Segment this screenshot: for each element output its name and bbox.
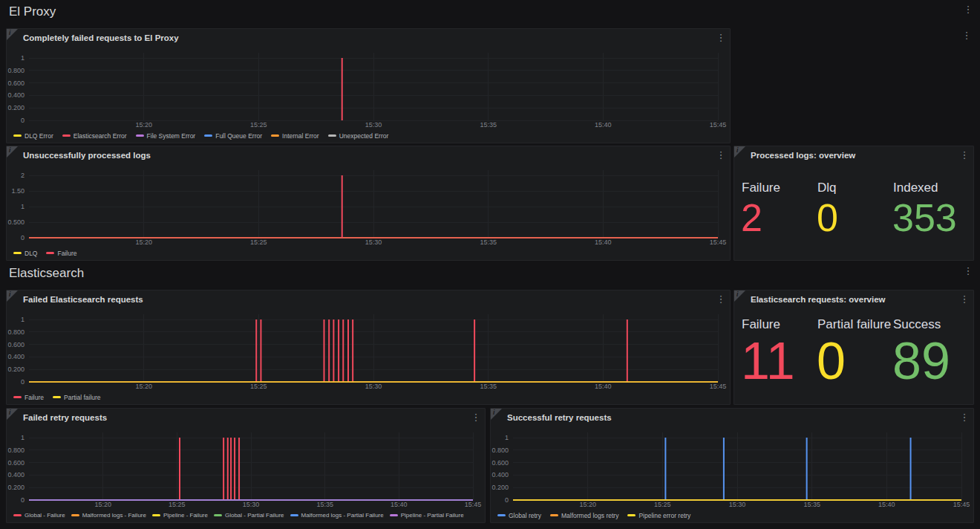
chart-area[interactable]: 15:2015:2515:3015:3515:4015:4500.50011.5… xyxy=(7,164,730,246)
svg-text:1: 1 xyxy=(21,54,24,62)
panel-title[interactable]: Unsuccessfully processed logs xyxy=(7,146,730,164)
legend-item[interactable]: Unexpected Error xyxy=(328,132,389,140)
stat-label: Dlq xyxy=(816,181,892,195)
panel-title[interactable]: Failed retry requests xyxy=(7,409,485,426)
timeseries-plot[interactable]: 15:2015:2515:3015:3515:4015:4500.50011.5… xyxy=(7,164,730,246)
svg-text:15:35: 15:35 xyxy=(316,501,333,508)
legend-item[interactable]: File System Error xyxy=(136,132,196,140)
chart-area[interactable]: 15:2015:2515:3015:3515:4015:4500.2000.40… xyxy=(491,426,973,508)
panel-unsuccessfully-processed-logs: i Unsuccessfully processed logs ⋮ 15:201… xyxy=(6,146,731,261)
legend-series-label: Malformed logs - Failure xyxy=(82,512,146,519)
svg-text:1: 1 xyxy=(21,316,24,323)
panel-title[interactable]: Elasticsearch requests: overview xyxy=(734,291,973,308)
legend-item[interactable]: Elasticsearch Error xyxy=(62,132,127,140)
svg-text:15:45: 15:45 xyxy=(465,501,482,508)
stat-value: 0 xyxy=(816,198,892,238)
legend-item[interactable]: Malformed logs - Failure xyxy=(71,512,146,519)
stat: Indexed353 xyxy=(892,181,967,238)
row-menu-icon[interactable]: ⋮ xyxy=(963,266,973,276)
legend-item[interactable]: Malformed logs - Partial Failure xyxy=(290,512,384,519)
row-header-el-proxy: El Proxy xyxy=(9,4,56,19)
legend-item[interactable]: Partial failure xyxy=(53,394,101,401)
legend-item[interactable]: Full Queue Error xyxy=(204,132,262,140)
legend-series-label: Global - Failure xyxy=(24,512,65,519)
panel-menu-icon[interactable]: ⋮ xyxy=(716,33,726,43)
panel-menu-icon[interactable]: ⋮ xyxy=(471,412,481,423)
panel-menu-icon[interactable]: ⋮ xyxy=(961,30,972,41)
timeseries-plot[interactable]: 15:2015:2515:3015:3515:4015:4500.2000.40… xyxy=(491,426,973,508)
svg-text:15:30: 15:30 xyxy=(365,121,382,129)
legend-series-swatch-icon xyxy=(271,134,279,137)
svg-text:2: 2 xyxy=(21,172,24,179)
legend-series-swatch-icon xyxy=(328,134,336,137)
legend-item[interactable]: Pipeline - Partial Failure xyxy=(390,512,464,519)
timeseries-plot[interactable]: 15:2015:2515:3015:3515:4015:4500.2000.40… xyxy=(7,426,485,508)
svg-text:15:20: 15:20 xyxy=(135,238,152,246)
panel-menu-icon[interactable]: ⋮ xyxy=(959,150,970,160)
panel-successful-retry-requests: i Successful retry requests ⋮ 15:2015:25… xyxy=(490,408,974,523)
svg-text:0: 0 xyxy=(21,234,24,241)
svg-text:15:20: 15:20 xyxy=(135,383,152,390)
stat-label: Failure xyxy=(740,181,816,195)
panel-menu-icon[interactable]: ⋮ xyxy=(716,150,726,160)
legend-item[interactable]: Global retry xyxy=(497,512,541,519)
row-header-elasticsearch: Elasticsearch xyxy=(9,266,84,281)
legend-item[interactable]: Pipeline - Failure xyxy=(152,512,208,519)
legend-series-swatch-icon xyxy=(136,134,144,137)
legend-item[interactable]: Failure xyxy=(13,394,44,401)
svg-text:15:45: 15:45 xyxy=(710,121,727,129)
chart-area[interactable]: 15:2015:2515:3015:3515:4015:4500.2000.40… xyxy=(7,47,730,129)
panel-menu-icon[interactable]: ⋮ xyxy=(959,412,970,423)
legend-item[interactable]: Global - Partial Failure xyxy=(214,512,284,519)
panel-menu-icon[interactable]: ⋮ xyxy=(716,294,726,305)
legend-series-swatch-icon xyxy=(390,514,398,516)
legend-series-swatch-icon xyxy=(62,134,71,137)
chart-legend: FailurePartial failure xyxy=(13,392,727,403)
legend-series-swatch-icon xyxy=(152,514,160,516)
legend-item[interactable]: Global - Failure xyxy=(13,512,65,519)
legend-item[interactable]: Failure xyxy=(46,250,76,257)
panel-elasticsearch-requests-overview: i Elasticsearch requests: overview ⋮ Fai… xyxy=(734,290,974,405)
svg-text:0: 0 xyxy=(21,496,24,504)
row-menu-icon[interactable]: ⋮ xyxy=(963,4,973,15)
svg-text:15:45: 15:45 xyxy=(710,383,727,390)
panel-failed-elasticsearch-requests: i Failed Elasticsearch requests ⋮ 15:201… xyxy=(6,290,731,405)
legend-item[interactable]: Internal Error xyxy=(271,132,319,140)
panel-title[interactable]: Successful retry requests xyxy=(491,409,973,426)
legend-item[interactable]: DLQ Error xyxy=(13,132,53,140)
legend-item[interactable]: Malformed logs retry xyxy=(550,512,618,519)
dashboard: El Proxy ⋮ ⋮ i Completely failed request… xyxy=(0,0,980,529)
row-title-el-proxy[interactable]: El Proxy xyxy=(9,4,56,19)
legend-item[interactable]: DLQ xyxy=(13,250,37,257)
panel-menu-icon[interactable]: ⋮ xyxy=(959,294,970,305)
svg-text:0.600: 0.600 xyxy=(7,341,24,348)
stat-label: Success xyxy=(892,317,967,332)
svg-text:15:20: 15:20 xyxy=(579,501,596,508)
panel-title[interactable]: Failed Elasticsearch requests xyxy=(7,291,730,308)
legend-item[interactable]: Pipeline error retry xyxy=(627,512,690,519)
panel-title[interactable]: Processed logs: overview xyxy=(734,146,973,164)
chart-area[interactable]: 15:2015:2515:3015:3515:4015:4500.2000.40… xyxy=(7,308,730,390)
timeseries-plot[interactable]: 15:2015:2515:3015:3515:4015:4500.2000.40… xyxy=(7,308,730,390)
stat: Failure11 xyxy=(740,317,816,389)
legend-series-label: Pipeline - Partial Failure xyxy=(401,512,464,519)
svg-text:0.400: 0.400 xyxy=(7,353,24,360)
panel-title[interactable]: Completely failed requests to El Proxy xyxy=(7,29,730,47)
legend-series-swatch-icon xyxy=(214,514,222,516)
legend-series-swatch-icon xyxy=(550,514,558,516)
svg-text:15:20: 15:20 xyxy=(94,501,111,508)
legend-series-label: Malformed logs - Partial Failure xyxy=(301,512,384,519)
stat: Failure2 xyxy=(740,181,816,238)
stat-value: 0 xyxy=(816,334,892,389)
row-title-elasticsearch[interactable]: Elasticsearch xyxy=(9,266,84,281)
timeseries-plot[interactable]: 15:2015:2515:3015:3515:4015:4500.2000.40… xyxy=(7,47,730,129)
chart-legend: DLQ ErrorElasticsearch ErrorFile System … xyxy=(13,130,727,141)
legend-series-label: Pipeline error retry xyxy=(638,512,690,519)
chart-area[interactable]: 15:2015:2515:3015:3515:4015:4500.2000.40… xyxy=(7,426,485,508)
svg-text:15:40: 15:40 xyxy=(595,238,612,246)
chart-legend: DLQFailure xyxy=(13,247,727,259)
svg-text:0.200: 0.200 xyxy=(7,484,24,491)
svg-text:0.200: 0.200 xyxy=(7,366,24,373)
svg-text:1: 1 xyxy=(21,203,24,210)
legend-series-label: Pipeline - Failure xyxy=(163,512,208,519)
